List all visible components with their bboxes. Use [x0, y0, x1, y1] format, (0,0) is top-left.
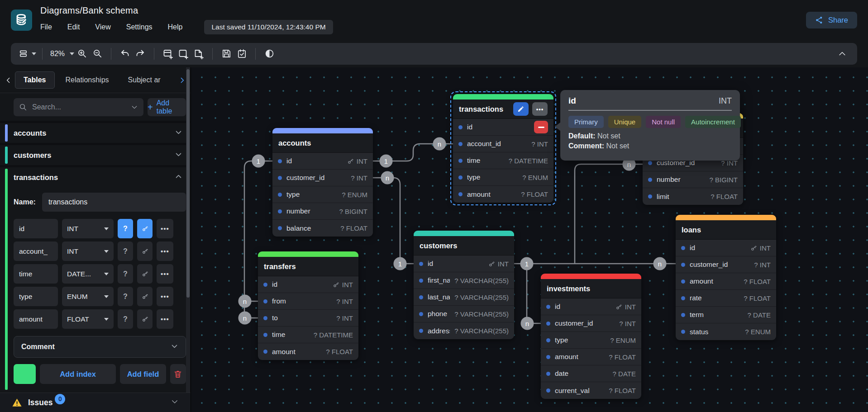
nullable-toggle-button[interactable]: ?: [118, 264, 133, 284]
field-name-input[interactable]: id: [14, 219, 58, 238]
field-name-input[interactable]: account_: [14, 242, 58, 261]
table-field-row[interactable]: customer_id? INT: [541, 315, 641, 332]
menu-file[interactable]: File: [40, 23, 52, 31]
table-field-row[interactable]: idINT: [541, 298, 641, 315]
nullable-toggle-button[interactable]: ?: [118, 242, 133, 261]
save-button[interactable]: [219, 46, 234, 62]
menu-edit[interactable]: Edit: [67, 23, 80, 31]
tab-subject-areas[interactable]: Subject ar: [120, 72, 162, 88]
table-title-bar[interactable]: transactions•••: [453, 99, 553, 119]
collapse-header-button[interactable]: [835, 46, 850, 62]
field-name-input[interactable]: time: [14, 264, 58, 284]
add-table-button[interactable]: [160, 46, 176, 62]
add-area-button[interactable]: [176, 46, 191, 62]
accordion-toggle[interactable]: [175, 128, 182, 138]
primary-key-button[interactable]: [137, 242, 153, 261]
add-index-button[interactable]: Add index: [40, 364, 116, 384]
canvas-table-transfers[interactable]: transfersidINTfrom? INTto? INTtime? DATE…: [258, 251, 358, 360]
canvas-table-accounts[interactable]: accountsidINTcustomer_id? INTtype? ENUMn…: [272, 128, 373, 237]
table-field-row[interactable]: customer_id? INT: [272, 170, 373, 186]
field-type-dropdown[interactable]: INT: [62, 242, 114, 261]
canvas-table-loans[interactable]: loansidINTcustomer_id? INTamount? FLOATr…: [676, 215, 776, 340]
table-field-row[interactable]: amount? FLOAT: [258, 343, 358, 360]
table-field-row[interactable]: time? DATETIME: [453, 152, 553, 169]
table-field-row[interactable]: balance? FLOAT: [272, 220, 373, 237]
table-field-row[interactable]: account_id? INT: [453, 136, 553, 152]
canvas-table-customers[interactable]: customersidINTfirst_na...? VARCHAR(255)l…: [414, 231, 514, 339]
table-field-row[interactable]: time? DATETIME: [258, 327, 358, 343]
table-title-bar[interactable]: investments: [541, 279, 641, 298]
primary-key-button[interactable]: [137, 219, 153, 238]
accordion-toggle[interactable]: [175, 173, 182, 182]
primary-key-button[interactable]: [137, 309, 153, 329]
field-more-options-button[interactable]: •••: [157, 264, 173, 284]
nullable-toggle-button[interactable]: ?: [118, 219, 133, 238]
sidebar-scrollbar[interactable]: [186, 67, 190, 393]
table-field-row[interactable]: type? ENUM: [541, 332, 641, 349]
table-title-bar[interactable]: transfers: [258, 257, 358, 276]
table-field-row[interactable]: to? INT: [258, 310, 358, 327]
field-more-options-button[interactable]: •••: [157, 287, 173, 306]
field-type-dropdown[interactable]: ENUM: [62, 287, 114, 306]
zoom-level-dropdown[interactable]: 82%: [48, 46, 74, 62]
table-field-row[interactable]: current_val? FLOAT: [541, 382, 641, 399]
field-more-options-button[interactable]: •••: [157, 309, 173, 329]
comment-collapsible[interactable]: Comment: [14, 336, 186, 358]
table-field-row[interactable]: limit? FLOAT: [643, 188, 743, 205]
sidebar-table-item-accounts[interactable]: accounts: [0, 123, 191, 143]
nullable-toggle-button[interactable]: ?: [118, 287, 133, 306]
table-field-row[interactable]: term? DATE: [676, 307, 776, 323]
scrollbar-thumb[interactable]: [186, 69, 190, 298]
field-more-options-button[interactable]: •••: [157, 242, 173, 261]
table-field-row[interactable]: idINT: [272, 153, 373, 170]
share-button[interactable]: Share: [806, 12, 857, 28]
sidebar-table-item-transactions[interactable]: transactions: [0, 167, 191, 187]
commit-button[interactable]: [234, 46, 249, 62]
primary-key-button[interactable]: [137, 264, 153, 284]
undo-button[interactable]: [117, 46, 133, 62]
search-box[interactable]: [14, 98, 143, 116]
nullable-toggle-button[interactable]: ?: [118, 309, 133, 329]
primary-key-button[interactable]: [137, 287, 153, 306]
zoom-in-button[interactable]: [74, 46, 90, 62]
table-field-row[interactable]: amount? FLOAT: [541, 349, 641, 365]
add-table-sidebar-button[interactable]: + Add table: [148, 98, 186, 116]
table-field-row[interactable]: status? ENUM: [676, 323, 776, 340]
field-name-input[interactable]: amount: [14, 309, 58, 329]
delete-field-button[interactable]: [534, 121, 548, 133]
delete-table-button[interactable]: [170, 364, 186, 384]
table-field-row[interactable]: rate? FLOAT: [676, 290, 776, 307]
table-name-input[interactable]: [42, 193, 186, 212]
issues-bar[interactable]: Issues 0: [0, 393, 191, 412]
table-field-row[interactable]: id: [453, 119, 553, 136]
table-title-bar[interactable]: accounts: [272, 133, 373, 153]
table-field-row[interactable]: type? ENUM: [453, 169, 553, 186]
table-field-row[interactable]: last_na...? VARCHAR(255): [414, 289, 514, 306]
add-note-button[interactable]: [191, 46, 206, 62]
menu-view[interactable]: View: [95, 23, 110, 31]
table-title-bar[interactable]: customers: [414, 236, 514, 256]
table-color-swatch[interactable]: [14, 364, 36, 384]
table-field-row[interactable]: from? INT: [258, 293, 358, 310]
field-type-dropdown[interactable]: INT: [62, 219, 114, 238]
table-field-row[interactable]: type? ENUM: [272, 186, 373, 203]
tab-relationships[interactable]: Relationships: [57, 72, 117, 88]
table-field-row[interactable]: idINT: [676, 240, 776, 256]
issues-expand-button[interactable]: [171, 398, 179, 407]
accordion-toggle[interactable]: [175, 151, 182, 160]
table-field-row[interactable]: number? BIGINT: [643, 171, 743, 188]
layout-options-button[interactable]: [18, 46, 36, 62]
tabs-scroll-left-button[interactable]: [5, 76, 12, 84]
field-name-input[interactable]: type: [14, 287, 58, 306]
table-field-row[interactable]: first_na...? VARCHAR(255): [414, 272, 514, 289]
tabs-scroll-right-button[interactable]: [178, 76, 186, 84]
table-field-row[interactable]: idINT: [414, 256, 514, 272]
zoom-out-button[interactable]: [90, 46, 105, 62]
table-more-options-button[interactable]: •••: [532, 102, 548, 116]
edit-table-button[interactable]: [513, 102, 529, 116]
diagram-canvas[interactable]: 1nn1nn11nnn accountsidINTcustomer_id? IN…: [191, 67, 868, 412]
table-field-row[interactable]: number? BIGINT: [272, 203, 373, 220]
table-field-row[interactable]: amount? FLOAT: [676, 273, 776, 290]
field-more-options-button[interactable]: •••: [157, 219, 173, 238]
tab-tables[interactable]: Tables: [15, 71, 55, 89]
